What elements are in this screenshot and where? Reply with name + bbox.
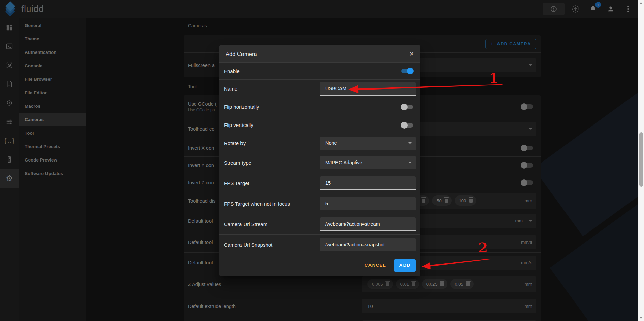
fps-target-label: FPS Target (224, 180, 249, 186)
camera-url-stream-field (320, 217, 416, 231)
name-label: Name (224, 86, 237, 92)
cancel-button[interactable]: CANCEL (365, 263, 386, 268)
camera-url-snapshot-label: Camera Url Snapshot (224, 242, 272, 248)
dialog-title: Add Camera (226, 51, 257, 57)
rotate-by-label: Rotate by (224, 140, 246, 146)
add-button[interactable]: ADD (394, 259, 416, 272)
annotation-step-1: 1 (489, 70, 498, 86)
stream-type-label: Stream type (224, 160, 251, 166)
fps-target-input[interactable] (325, 180, 412, 186)
chevron-down-icon (408, 162, 412, 164)
fps-target-field (320, 176, 416, 190)
fps-target-unfocused-field (320, 197, 416, 210)
scrollbar-thumb[interactable] (639, 132, 643, 187)
fluidd-settings-screen: fluidd 1 (0, 0, 644, 321)
fps-target-unfocused-input[interactable] (325, 201, 412, 206)
chevron-down-icon (408, 142, 412, 144)
flip-vertically-toggle[interactable] (401, 123, 413, 128)
enable-label: Enable (224, 68, 240, 74)
camera-url-snapshot-field (320, 238, 416, 251)
camera-url-stream-input[interactable] (325, 221, 412, 227)
rotate-by-select[interactable]: None (320, 137, 416, 150)
camera-url-stream-label: Camera Url Stream (224, 221, 267, 227)
flip-horizontally-label: Flip horizontally (224, 104, 259, 110)
dialog-header: Add Camera ✕ (219, 45, 420, 63)
scrollbar-down-arrow[interactable] (640, 317, 642, 319)
camera-url-snapshot-input[interactable] (325, 242, 412, 247)
fps-target-unfocused-label: FPS Target when not in focus (224, 201, 290, 207)
flip-vertically-label: Flip vertically (224, 122, 253, 128)
flip-horizontally-toggle[interactable] (401, 105, 413, 109)
annotation-step-2: 2 (478, 240, 488, 255)
add-camera-dialog: Add Camera ✕ Enable Name Flip horizontal… (219, 45, 420, 276)
page-scrollbar[interactable] (638, 0, 644, 321)
stream-type-select[interactable]: MJPEG Adaptive (320, 156, 416, 169)
scrollbar-up-arrow[interactable] (640, 2, 642, 4)
dialog-footer: CANCEL ADD (219, 255, 420, 276)
enable-toggle[interactable] (401, 69, 413, 73)
close-icon[interactable]: ✕ (409, 50, 414, 58)
